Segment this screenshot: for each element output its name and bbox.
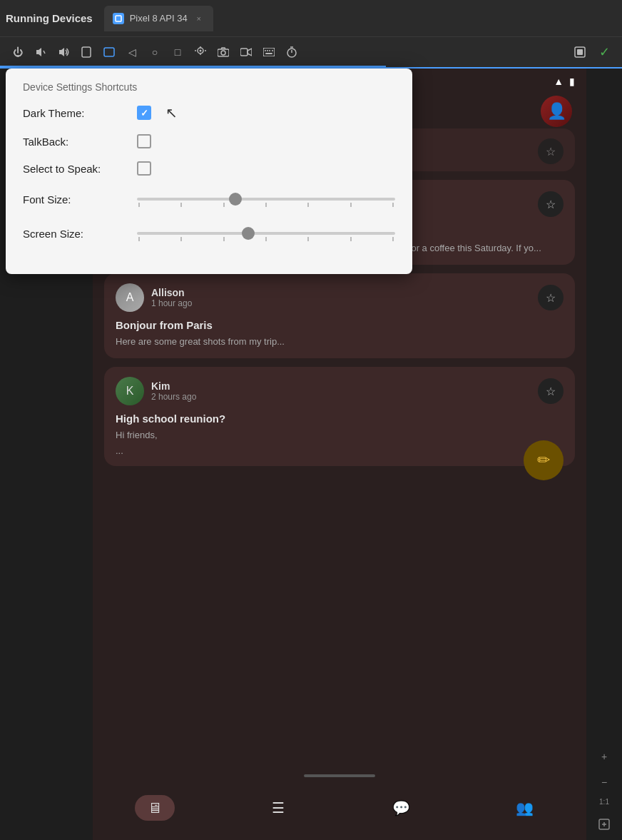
screen-size-slider-track xyxy=(137,232,395,235)
progress-bar xyxy=(0,66,386,67)
star-button-top[interactable]: ☆ xyxy=(538,138,564,164)
talkback-label: TalkBack: xyxy=(23,136,137,148)
nav-icon-chat: 💬 xyxy=(392,799,410,816)
email-subject-kim: High school reunion? xyxy=(116,413,564,425)
app-title: Running Devices xyxy=(6,12,93,24)
svg-point-5 xyxy=(200,50,202,52)
user-avatar[interactable]: 👤 xyxy=(541,96,572,127)
sender-time-allison: 1 hour ago xyxy=(151,298,531,308)
minus-button[interactable]: − xyxy=(594,772,614,792)
email-card-allison: A Allison 1 hour ago ☆ Bonjour from Pari… xyxy=(104,273,575,358)
email-header-allison: A Allison 1 hour ago ☆ xyxy=(116,283,564,312)
email-header-kim: K Kim 2 hours ago ☆ xyxy=(116,377,564,405)
battery-icon: ▮ xyxy=(569,76,575,87)
top-bar: Running Devices Pixel 8 API 34 × xyxy=(0,0,622,37)
talkback-row: TalkBack: xyxy=(23,134,395,148)
sender-avatar-allison: A xyxy=(116,283,144,312)
email-subject-allison: Bonjour from Paris xyxy=(116,319,564,331)
checkmark-icon: ✓ xyxy=(141,108,148,118)
talkback-checkbox[interactable] xyxy=(137,134,151,148)
font-size-row: Font Size: xyxy=(23,188,395,210)
font-size-slider-container xyxy=(137,188,395,210)
compose-fab[interactable]: ✏ xyxy=(524,440,564,480)
dark-theme-label: Dark Theme: xyxy=(23,107,137,119)
dark-theme-row: Dark Theme: ✓ ↖ xyxy=(23,104,395,121)
nav-item-people[interactable]: 👥 xyxy=(505,795,545,821)
close-tab-button[interactable]: × xyxy=(193,13,205,24)
nav-item-inbox[interactable]: 🖥 xyxy=(135,795,175,821)
rotate-landscape-icon[interactable] xyxy=(100,43,118,61)
svg-rect-3 xyxy=(104,48,114,56)
user-avatar-image: 👤 xyxy=(541,96,572,127)
device-tab-icon xyxy=(113,13,124,24)
screen-record-icon[interactable] xyxy=(571,43,589,61)
video-icon[interactable] xyxy=(237,43,255,61)
toolbar: ⏻ ◁ ○ □ ✓ xyxy=(0,37,622,69)
nav-item-chat[interactable]: 💬 xyxy=(382,795,422,821)
add-button[interactable]: + xyxy=(594,747,614,766)
home-icon[interactable]: ○ xyxy=(146,43,164,61)
select-to-speak-label: Select to Speak: xyxy=(23,163,137,175)
sender-name-allison: Allison xyxy=(151,287,531,298)
svg-rect-12 xyxy=(240,49,248,56)
scroll-indicator xyxy=(304,774,375,777)
dark-theme-checkbox[interactable]: ✓ xyxy=(137,106,151,120)
font-size-slider-track xyxy=(137,198,395,201)
star-button-kim[interactable]: ☆ xyxy=(538,378,564,404)
svg-rect-2 xyxy=(82,47,91,57)
email-ellipsis-kim: ... xyxy=(116,445,564,456)
power-icon[interactable]: ⏻ xyxy=(9,43,27,61)
sender-avatar-kim: K xyxy=(116,377,144,405)
volume-up-icon[interactable] xyxy=(54,43,73,61)
svg-rect-0 xyxy=(116,16,121,21)
nav-icon-list: ☰ xyxy=(272,799,285,816)
screen-size-label: Screen Size: xyxy=(23,228,137,240)
nav-item-list[interactable]: ☰ xyxy=(258,795,298,821)
volume-down-icon[interactable] xyxy=(31,43,50,61)
back-icon[interactable]: ◁ xyxy=(123,43,141,61)
svg-rect-23 xyxy=(577,49,583,55)
cursor-icon: ↖ xyxy=(165,104,178,121)
bottom-nav: 🖥 ☰ 💬 👥 xyxy=(93,783,586,840)
overview-icon[interactable]: □ xyxy=(168,43,187,61)
device-settings-panel: Device Settings Shortcuts Dark Theme: ✓ … xyxy=(6,69,412,274)
wifi-icon: ▲ xyxy=(554,76,564,87)
nav-icon-people: 👥 xyxy=(516,799,534,816)
sender-time-kim: 2 hours ago xyxy=(151,392,531,402)
camera-icon[interactable] xyxy=(214,43,233,61)
rotate-portrait-icon[interactable] xyxy=(77,43,96,61)
star-button-ali[interactable]: ☆ xyxy=(538,191,564,217)
email-card-kim: K Kim 2 hours ago ☆ High school reunion?… xyxy=(104,367,575,465)
keyboard-icon[interactable] xyxy=(260,43,278,61)
toolbar-right: ✓ xyxy=(571,43,613,61)
location-icon[interactable] xyxy=(191,43,210,61)
avatar-kim-image: K xyxy=(116,377,144,405)
star-button-allison[interactable]: ☆ xyxy=(538,285,564,310)
svg-line-1 xyxy=(44,51,45,54)
email-preview-kim: Hi friends, xyxy=(116,429,564,442)
avatar-allison-image: A xyxy=(116,283,144,312)
right-panel: + − 1:1 xyxy=(586,69,622,840)
svg-point-11 xyxy=(221,51,225,55)
panel-title: Device Settings Shortcuts xyxy=(23,81,395,93)
nav-icon-inbox: 🖥 xyxy=(148,800,162,816)
device-tab[interactable]: Pixel 8 API 34 × xyxy=(104,6,213,31)
sender-info-allison: Allison 1 hour ago xyxy=(151,287,531,308)
zoom-label: 1:1 xyxy=(599,798,609,806)
screen-expand-icon[interactable] xyxy=(594,814,614,834)
select-to-speak-checkbox[interactable] xyxy=(137,161,151,176)
check-icon[interactable]: ✓ xyxy=(595,43,613,61)
screen-size-slider-container xyxy=(137,223,395,244)
compose-icon: ✏ xyxy=(537,451,550,470)
select-to-speak-row: Select to Speak: xyxy=(23,161,395,176)
email-preview-allison: Here are some great shots from my trip..… xyxy=(116,335,564,348)
device-tab-label: Pixel 8 API 34 xyxy=(130,13,188,24)
sender-info-kim: Kim 2 hours ago xyxy=(151,380,531,402)
font-size-label: Font Size: xyxy=(23,193,137,206)
sender-name-kim: Kim xyxy=(151,380,531,392)
timer-icon[interactable] xyxy=(282,43,301,61)
svg-rect-13 xyxy=(263,48,275,56)
screen-size-row: Screen Size: xyxy=(23,223,395,244)
